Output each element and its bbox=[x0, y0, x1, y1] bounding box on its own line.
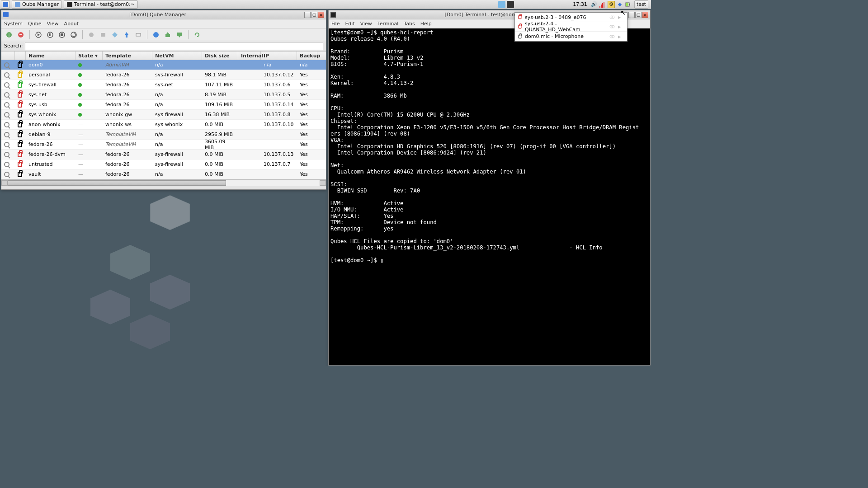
menu-terminal[interactable]: Terminal bbox=[377, 21, 399, 27]
titlebar[interactable]: [Dom0] Qube Manager _ ▢ × bbox=[1, 10, 326, 19]
table-row[interactable]: sys-netfedora-26n/a8.19 MiB10.137.0.5Yes bbox=[1, 90, 326, 100]
menu-help[interactable]: Help bbox=[420, 21, 432, 27]
new-qube-button[interactable]: + bbox=[4, 30, 14, 40]
svg-rect-5 bbox=[626, 3, 628, 6]
col-backup[interactable]: Backup bbox=[297, 52, 317, 60]
menu-view[interactable]: View bbox=[47, 21, 58, 27]
terminal-icon bbox=[330, 12, 336, 18]
start-vm-button[interactable] bbox=[33, 30, 43, 40]
settings-button[interactable] bbox=[86, 30, 96, 40]
device-menu-item[interactable]: sys-usb:2-4 - QUANTA_HD_WebCam bbox=[515, 22, 627, 32]
qubes-start-button[interactable] bbox=[1, 0, 10, 9]
taskbar-app-qube-manager[interactable]: Qube Manager bbox=[12, 0, 62, 9]
pause-vm-button[interactable] bbox=[45, 30, 55, 40]
table-row[interactable]: fedora-26-dvm—fedora-26sys-firewall0.0 M… bbox=[1, 150, 326, 160]
vm-backup: Yes bbox=[297, 92, 317, 98]
search-input[interactable] bbox=[25, 42, 324, 50]
vm-name: anon-whonix bbox=[26, 122, 75, 127]
menu-view[interactable]: View bbox=[360, 21, 372, 27]
backup-button[interactable] bbox=[163, 30, 173, 40]
vm-template: whonix-gw bbox=[103, 112, 152, 117]
col-netvm[interactable]: NetVM bbox=[152, 52, 202, 60]
search-row: Search: bbox=[1, 41, 326, 51]
attach-icon[interactable] bbox=[609, 23, 615, 30]
table-row[interactable]: dom0AdminVMn/an/an/a bbox=[1, 60, 326, 70]
terminal-output[interactable]: [test@dom0 ~]$ qubes-hcl-report Qubes re… bbox=[329, 28, 650, 365]
shutdown-vm-button[interactable] bbox=[57, 30, 67, 40]
svg-marker-28 bbox=[178, 36, 181, 38]
devices-tray-icon[interactable]: ⚙ bbox=[608, 1, 615, 8]
menu-about[interactable]: About bbox=[64, 21, 79, 27]
scroll-right-button[interactable] bbox=[320, 180, 326, 186]
table-row[interactable]: personalfedora-26sys-firewall98.1 MiB10.… bbox=[1, 70, 326, 80]
menu-qube[interactable]: Qube bbox=[28, 21, 41, 27]
attach-icon[interactable] bbox=[609, 33, 615, 40]
delete-qube-button[interactable] bbox=[16, 30, 26, 40]
table-row[interactable]: vault—fedora-26n/a0.0 MiBYes bbox=[1, 169, 326, 179]
col-ip[interactable]: IP bbox=[261, 52, 297, 60]
battery-icon[interactable] bbox=[625, 1, 632, 8]
minimize-button[interactable]: _ bbox=[304, 12, 311, 18]
maximize-button[interactable]: ▢ bbox=[635, 12, 642, 18]
user-menu-button[interactable]: test bbox=[634, 0, 648, 9]
app-icon bbox=[15, 2, 20, 7]
tray-workspace-1-icon[interactable] bbox=[498, 1, 505, 8]
menu-file[interactable]: File bbox=[331, 21, 340, 27]
attach-icon[interactable] bbox=[609, 14, 615, 20]
search-icon bbox=[4, 152, 9, 157]
table-row[interactable]: untrusted—fedora-26sys-firewall0.0 MiB10… bbox=[1, 160, 326, 169]
menu-edit[interactable]: Edit bbox=[345, 21, 354, 27]
vm-disk: 0.0 MiB bbox=[202, 171, 238, 177]
svg-point-24 bbox=[153, 32, 159, 38]
svg-rect-10 bbox=[19, 34, 22, 35]
update-button[interactable] bbox=[122, 30, 132, 40]
vm-netvm: sys-firewall bbox=[152, 72, 202, 78]
svg-marker-21 bbox=[112, 32, 118, 38]
table-row[interactable]: fedora-26—TemplateVMn/a3605.09 MiBYes bbox=[1, 140, 326, 150]
taskbar-clock: 17:31 bbox=[571, 1, 589, 7]
vm-template: fedora-26 bbox=[103, 92, 152, 98]
col-template[interactable]: Template bbox=[103, 52, 152, 60]
device-menu-item[interactable]: dom0:mic - Microphone bbox=[515, 32, 627, 41]
qubes-tray-icon[interactable]: ◆ bbox=[616, 1, 623, 8]
col-state[interactable]: State ▾ bbox=[75, 52, 103, 60]
vm-template: AdminVM bbox=[103, 62, 152, 68]
vm-disk: 8.19 MiB bbox=[202, 92, 238, 98]
vm-template: TemplateVM bbox=[103, 141, 152, 147]
vm-backup: Yes bbox=[297, 112, 317, 117]
close-button[interactable]: × bbox=[642, 12, 648, 18]
global-settings-button[interactable] bbox=[151, 30, 161, 40]
restore-button[interactable] bbox=[175, 30, 184, 40]
table-row[interactable]: debian-9—TemplateVMn/a2956.9 MiBYes bbox=[1, 130, 326, 140]
close-button[interactable]: × bbox=[318, 12, 324, 18]
table-row[interactable]: anon-whonix—whonix-wssys-whonix0.0 MiB10… bbox=[1, 120, 326, 130]
submenu-arrow-icon[interactable] bbox=[618, 23, 624, 30]
svg-point-19 bbox=[89, 33, 94, 37]
network-signal-icon[interactable] bbox=[599, 1, 606, 8]
table-row[interactable]: sys-firewallfedora-26sys-net107.11 MiB10… bbox=[1, 80, 326, 90]
maximize-button[interactable]: ▢ bbox=[311, 12, 317, 18]
submenu-arrow-icon[interactable] bbox=[618, 33, 624, 40]
toolbar: + bbox=[1, 28, 326, 41]
minimize-button[interactable]: _ bbox=[628, 12, 635, 18]
vm-netvm: sys-firewall bbox=[152, 161, 202, 167]
refresh-button[interactable] bbox=[192, 30, 202, 40]
col-disk[interactable]: Disk size bbox=[202, 52, 238, 60]
horizontal-scrollbar[interactable] bbox=[1, 179, 326, 186]
scroll-left-button[interactable] bbox=[1, 180, 8, 186]
edit-firewall-button[interactable] bbox=[98, 30, 108, 40]
table-row[interactable]: sys-whonixwhonix-gwsys-firewall16.38 MiB… bbox=[1, 110, 326, 120]
menu-system[interactable]: System bbox=[4, 21, 23, 27]
table-row[interactable]: sys-usbfedora-26n/a109.16 MiB10.137.0.14… bbox=[1, 100, 326, 110]
menu-tabs[interactable]: Tabs bbox=[404, 21, 415, 27]
volume-icon[interactable]: 🔊 bbox=[590, 1, 598, 8]
vm-ip: 10.137.0.6 bbox=[261, 82, 297, 88]
tray-workspace-2-icon[interactable] bbox=[507, 1, 514, 8]
restart-vm-button[interactable] bbox=[69, 30, 79, 40]
keys-button[interactable] bbox=[133, 30, 143, 40]
scroll-thumb[interactable] bbox=[8, 180, 226, 186]
col-internal[interactable]: Internal bbox=[238, 52, 261, 60]
apps-button[interactable] bbox=[110, 30, 120, 40]
taskbar-app-terminal[interactable]: Terminal - test@dom0:~ bbox=[64, 0, 138, 9]
col-name[interactable]: Name bbox=[26, 52, 75, 60]
